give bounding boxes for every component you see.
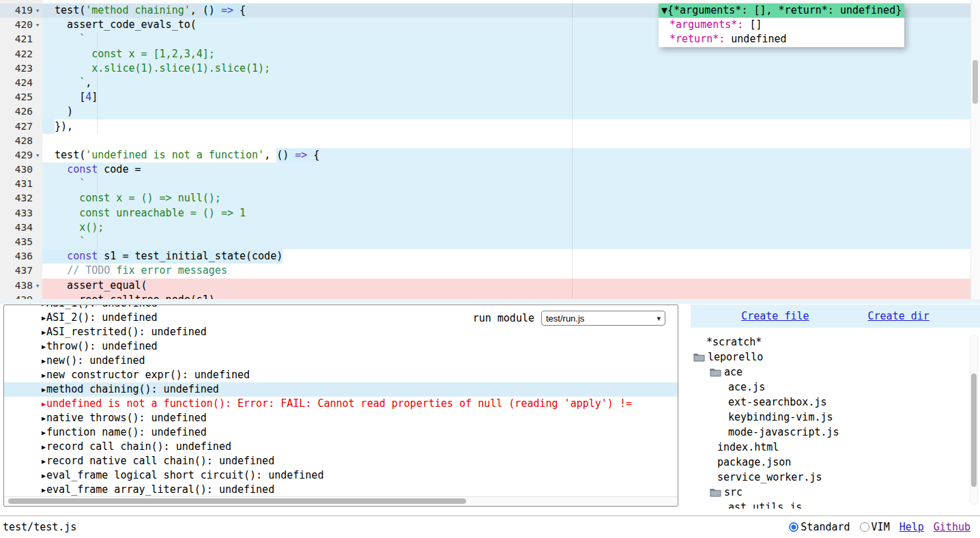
run-module-select[interactable]: test/run.js ▾ bbox=[541, 311, 665, 326]
calltree-row[interactable]: ▶undefined is not a function(): Error: F… bbox=[4, 397, 678, 411]
expand-triangle-icon[interactable]: ▶ bbox=[42, 454, 46, 468]
line-number[interactable]: 425 bbox=[0, 90, 42, 104]
expand-triangle-icon[interactable]: ▶ bbox=[42, 325, 46, 339]
code-line[interactable]: ` bbox=[42, 177, 970, 191]
line-number[interactable]: 439 bbox=[0, 293, 42, 299]
line-number[interactable]: 419▾ bbox=[0, 3, 42, 18]
calltree-row[interactable]: ▶eval_frame logical short circuit(): und… bbox=[4, 468, 678, 483]
file-tree-item[interactable]: index.html bbox=[691, 440, 980, 455]
code-line[interactable]: const x = () => null(); bbox=[42, 191, 970, 206]
fold-arrow-icon[interactable]: ▾ bbox=[33, 18, 42, 32]
code-line[interactable]: // TODO fix error messages bbox=[42, 264, 970, 278]
calltree-row[interactable]: ▶throw(): undefined bbox=[4, 339, 678, 354]
line-number[interactable]: 422 bbox=[0, 47, 42, 61]
calltree-row[interactable]: ▶new constructor expr(): undefined bbox=[4, 368, 678, 382]
radio-standard-icon[interactable] bbox=[789, 522, 798, 532]
line-number[interactable]: 438▾ bbox=[0, 279, 42, 293]
code-line[interactable]: ` bbox=[42, 235, 970, 249]
code-line[interactable]: const unreachable = () => 1 bbox=[42, 206, 970, 221]
file-tree-folder[interactable]: leporello bbox=[691, 350, 980, 365]
line-number[interactable]: 430 bbox=[0, 162, 42, 177]
expand-triangle-icon[interactable]: ▶ bbox=[42, 440, 46, 454]
line-number[interactable]: 431 bbox=[0, 177, 42, 191]
expand-triangle-icon[interactable]: ▶ bbox=[42, 354, 46, 368]
expand-triangle-icon[interactable]: ▶ bbox=[42, 339, 46, 354]
create-dir-link[interactable]: Create dir bbox=[868, 310, 929, 322]
fold-arrow-icon[interactable]: ▾ bbox=[33, 279, 42, 293]
code-line[interactable]: }), bbox=[42, 119, 970, 134]
fold-arrow-icon[interactable]: ▾ bbox=[33, 148, 42, 162]
expand-triangle-icon[interactable]: ▶ bbox=[42, 411, 46, 425]
code-editor[interactable]: 419▾420▾421422423424425426427428429▾4304… bbox=[0, 0, 980, 299]
tooltip-return-row[interactable]: *return*: undefined bbox=[669, 32, 897, 46]
expand-triangle-icon[interactable]: ▶ bbox=[42, 483, 46, 497]
file-tree-item[interactable]: ace.js bbox=[691, 380, 980, 395]
file-tree-item[interactable]: ast_utils.js bbox=[691, 500, 980, 509]
expand-triangle-icon[interactable]: ▶ bbox=[42, 305, 46, 311]
code-line[interactable]: assert_equal( bbox=[42, 279, 970, 293]
help-link[interactable]: Help bbox=[899, 521, 924, 533]
calltree-row[interactable]: ▶eval_frame array_literal(): undefined bbox=[4, 483, 678, 497]
tooltip-header[interactable]: ▼{*arguments*: [], *return*: undefined} bbox=[659, 3, 904, 18]
code-line[interactable]: [4] bbox=[42, 90, 970, 104]
file-tree-item[interactable]: mode-javascript.js bbox=[691, 425, 980, 440]
editor-vertical-scrollbar[interactable] bbox=[970, 0, 980, 299]
file-tree-scrollbar-thumb[interactable] bbox=[971, 373, 977, 487]
calltree-row[interactable]: ▶native throws(): undefined bbox=[4, 411, 678, 425]
line-number[interactable]: 426 bbox=[0, 104, 42, 119]
expand-triangle-icon[interactable]: ▶ bbox=[42, 311, 46, 325]
expand-triangle-icon[interactable]: ▶ bbox=[42, 425, 46, 440]
expand-triangle-icon[interactable]: ▶ bbox=[42, 368, 46, 382]
code-line[interactable]: `, bbox=[42, 76, 970, 90]
file-tree-scrollbar[interactable] bbox=[970, 335, 978, 505]
fold-arrow-icon[interactable]: ▾ bbox=[33, 3, 42, 18]
file-tree-item[interactable]: keybinding-vim.js bbox=[691, 410, 980, 425]
file-tree-item[interactable]: package.json bbox=[691, 455, 980, 470]
code-line[interactable]: const s1 = test_initial_state(code) bbox=[42, 249, 970, 264]
expand-triangle-icon[interactable]: ▶ bbox=[42, 382, 46, 397]
file-tree-item[interactable]: service_worker.js bbox=[691, 470, 980, 485]
calltree-row[interactable]: ▶function name(): undefined bbox=[4, 425, 678, 440]
file-tree-item[interactable]: *scratch* bbox=[691, 335, 980, 350]
editor-scrollbar-thumb[interactable] bbox=[972, 60, 978, 104]
calltree-row[interactable]: ▶ASI_restrited(): undefined bbox=[4, 325, 678, 339]
code-line[interactable] bbox=[42, 134, 970, 148]
expand-triangle-icon[interactable]: ▶ bbox=[42, 468, 46, 483]
line-number[interactable]: 423 bbox=[0, 61, 42, 76]
code-line[interactable]: x(); bbox=[42, 221, 970, 235]
expand-triangle-icon[interactable]: ▶ bbox=[42, 397, 46, 411]
code-line[interactable]: const code = bbox=[42, 162, 970, 177]
calltree-row[interactable]: ▶new(): undefined bbox=[4, 354, 678, 368]
code-line[interactable]: const x = [1,2,3,4]; bbox=[42, 47, 970, 61]
line-number[interactable]: 435 bbox=[0, 235, 42, 249]
tooltip-arguments-row[interactable]: *arguments*: [] bbox=[669, 18, 897, 32]
calltree-row[interactable]: ▶record call chain(): undefined bbox=[4, 440, 678, 454]
line-number[interactable]: 420▾ bbox=[0, 18, 42, 32]
line-number[interactable]: 428 bbox=[0, 134, 42, 148]
line-number[interactable]: 424 bbox=[0, 76, 42, 90]
line-number[interactable]: 437 bbox=[0, 264, 42, 278]
keybinding-vim-option[interactable]: VIM bbox=[860, 521, 890, 533]
line-number[interactable]: 433 bbox=[0, 206, 42, 221]
code-line[interactable]: root_calltree_node(s1) bbox=[42, 293, 970, 299]
file-tree-item[interactable]: ext-searchbox.js bbox=[691, 395, 980, 410]
file-tree-folder[interactable]: src bbox=[691, 485, 980, 500]
radio-vim-icon[interactable] bbox=[860, 522, 869, 532]
code-line[interactable]: x.slice(1).slice(1).slice(1); bbox=[42, 61, 970, 76]
file-tree-folder[interactable]: ace bbox=[691, 365, 980, 380]
code-line[interactable]: test('undefined is not a function', () =… bbox=[42, 148, 970, 162]
output-horizontal-scrollbar[interactable] bbox=[4, 496, 678, 506]
keybinding-standard-option[interactable]: Standard bbox=[789, 521, 850, 533]
line-number[interactable]: 427 bbox=[0, 119, 42, 134]
code-line[interactable]: ) bbox=[42, 104, 970, 119]
calltree-row[interactable]: ▶ASI_1(): undefined bbox=[4, 305, 678, 311]
line-number[interactable]: 432 bbox=[0, 191, 42, 206]
output-scrollbar-thumb[interactable] bbox=[8, 498, 466, 504]
github-link[interactable]: Github bbox=[934, 521, 970, 533]
calltree-row[interactable]: ▶method chaining(): undefined bbox=[4, 382, 678, 397]
line-number[interactable]: 436 bbox=[0, 249, 42, 264]
line-number[interactable]: 421 bbox=[0, 32, 42, 46]
calltree-row[interactable]: ▶record native call chain(): undefined bbox=[4, 454, 678, 468]
create-file-link[interactable]: Create file bbox=[741, 310, 809, 322]
line-number[interactable]: 429▾ bbox=[0, 148, 42, 162]
